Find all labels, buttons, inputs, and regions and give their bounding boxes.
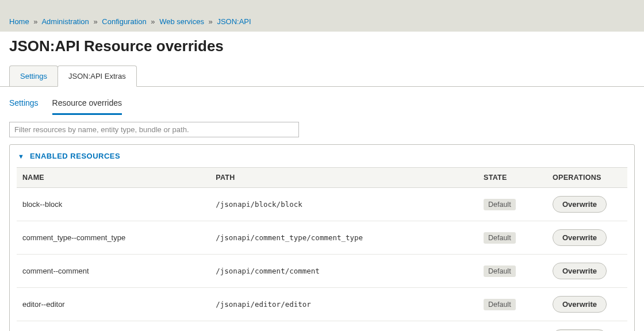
table-row: editor--editor /jsonapi/editor/editor De… [17,288,627,321]
caret-down-icon: ▼ [18,153,24,160]
cell-path: /jsonapi/field_config/field_config [210,321,478,332]
secondary-tabs: Settings Resource overrides [0,87,644,115]
state-badge: Default [484,199,516,210]
filter-wrapper [0,115,644,144]
resource-table: NAME PATH STATE OPERATIONS block--block … [17,167,627,331]
tab-extras[interactable]: JSON:API Extras [57,66,137,87]
state-badge: Default [484,232,516,244]
primary-tabs: Settings JSON:API Extras [0,66,644,87]
breadcrumb-administration[interactable]: Administration [41,17,89,26]
breadcrumb-configuration[interactable]: Configuration [102,17,146,26]
filter-input[interactable] [9,122,299,137]
cell-path: /jsonapi/block/block [210,188,478,221]
cell-name: field_config--field_config [17,321,210,332]
overwrite-button[interactable]: Overwrite [553,196,607,213]
overwrite-button[interactable]: Overwrite [553,229,607,246]
breadcrumb-separator: » [31,17,40,26]
table-row: comment_type--comment_type /jsonapi/comm… [17,221,627,255]
breadcrumb-separator: » [91,17,99,26]
cell-state: Default [478,288,547,321]
cell-state: Default [478,221,547,255]
table-row: block--block /jsonapi/block/block Defaul… [17,188,627,221]
overwrite-button[interactable]: Overwrite [553,263,607,279]
cell-path: /jsonapi/comment/comment [210,255,478,288]
top-background [0,0,644,14]
th-state: STATE [478,168,547,188]
tab-settings[interactable]: Settings [9,66,58,86]
cell-state: Default [478,255,547,288]
cell-name: comment_type--comment_type [17,221,210,255]
breadcrumb: Home » Administration » Configuration » … [0,14,644,32]
table-row: field_config--field_config /jsonapi/fiel… [17,321,627,332]
breadcrumb-web-services[interactable]: Web services [159,17,204,26]
table-row: comment--comment /jsonapi/comment/commen… [17,255,627,288]
breadcrumb-separator: » [206,17,215,26]
cell-operations: Overwrite [547,188,627,221]
cell-name: comment--comment [17,255,210,288]
cell-name: editor--editor [17,288,210,321]
breadcrumb-jsonapi[interactable]: JSON:API [217,17,251,26]
breadcrumb-separator: » [148,17,157,26]
state-badge: Default [484,299,516,310]
th-name: NAME [17,168,210,188]
state-badge: Default [484,265,516,277]
page-title: JSON:API Resource overrides [0,32,644,66]
cell-path: /jsonapi/editor/editor [210,288,478,321]
enabled-resources-details: ▼ ENABLED RESOURCES NAME PATH STATE OPER… [9,144,635,331]
th-operations: OPERATIONS [547,168,627,188]
overwrite-button[interactable]: Overwrite [553,296,607,313]
breadcrumb-home[interactable]: Home [9,17,29,26]
enabled-resources-summary[interactable]: ▼ ENABLED RESOURCES [10,145,634,167]
cell-name: block--block [17,188,210,221]
cell-operations: Overwrite [547,321,627,332]
cell-operations: Overwrite [547,255,627,288]
th-path: PATH [210,168,478,188]
cell-path: /jsonapi/comment_type/comment_type [210,221,478,255]
enabled-resources-label: ENABLED RESOURCES [30,152,120,160]
cell-state: Default [478,321,547,332]
subtab-resource-overrides[interactable]: Resource overrides [52,98,122,115]
cell-operations: Overwrite [547,288,627,321]
cell-state: Default [478,188,547,221]
subtab-settings[interactable]: Settings [9,98,39,115]
cell-operations: Overwrite [547,221,627,255]
